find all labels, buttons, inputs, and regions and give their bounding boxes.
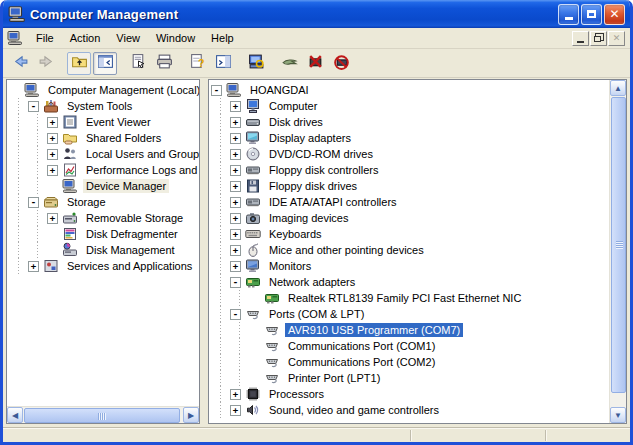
tree-item[interactable]: +Services and Applications bbox=[9, 258, 199, 274]
tree-item-label[interactable]: Ports (COM & LPT) bbox=[266, 307, 367, 321]
expand-icon[interactable]: + bbox=[28, 261, 39, 272]
tree-item[interactable]: +Mice and other pointing devices bbox=[211, 242, 608, 258]
tree-item[interactable]: -HOANGDAI bbox=[211, 82, 608, 98]
tree-item-label[interactable]: Realtek RTL8139 Family PCI Fast Ethernet… bbox=[285, 291, 524, 305]
expand-icon[interactable]: + bbox=[230, 133, 241, 144]
titlebar[interactable]: Computer Management ✕ bbox=[0, 0, 633, 28]
tree-item[interactable]: +Imaging devices bbox=[211, 210, 608, 226]
tree-item-label[interactable]: Processors bbox=[266, 387, 327, 401]
tree-item-label[interactable]: Shared Folders bbox=[83, 131, 164, 145]
tree-item-label[interactable]: Display adapters bbox=[266, 131, 354, 145]
expand-icon[interactable]: + bbox=[230, 229, 241, 240]
expand-icon[interactable]: + bbox=[230, 197, 241, 208]
pane-splitter[interactable] bbox=[200, 79, 208, 424]
tree-item-label[interactable]: Services and Applications bbox=[64, 259, 195, 273]
tree-item[interactable]: Computer Management (Local) bbox=[9, 82, 199, 98]
tree-item[interactable]: -Storage bbox=[9, 194, 199, 210]
tree-item-label[interactable]: Local Users and Groups bbox=[83, 147, 200, 161]
collapse-icon[interactable]: - bbox=[230, 277, 241, 288]
tree-item-label[interactable]: Floppy disk controllers bbox=[266, 163, 381, 177]
collapse-icon[interactable]: - bbox=[28, 101, 39, 112]
tree-item-label[interactable]: Disk Management bbox=[83, 243, 178, 257]
tree-item[interactable]: Disk Defragmenter bbox=[9, 226, 199, 242]
tree-item-label[interactable]: DVD/CD-ROM drives bbox=[266, 147, 376, 161]
tree-item[interactable]: Printer Port (LPT1) bbox=[211, 370, 608, 386]
forward-button[interactable] bbox=[34, 52, 58, 75]
tree-item-label[interactable]: Performance Logs and Alert: bbox=[83, 163, 200, 177]
expand-icon[interactable]: + bbox=[230, 165, 241, 176]
expand-icon[interactable]: + bbox=[230, 101, 241, 112]
tree-item[interactable]: +Disk drives bbox=[211, 114, 608, 130]
scroll-up-button[interactable]: ▲ bbox=[610, 80, 626, 96]
tree-item[interactable]: +Removable Storage bbox=[9, 210, 199, 226]
horizontal-scroll-thumb[interactable] bbox=[24, 408, 180, 423]
expand-icon[interactable]: + bbox=[230, 149, 241, 160]
scroll-left-button[interactable]: ◀ bbox=[7, 407, 23, 423]
print-button[interactable] bbox=[152, 52, 176, 75]
tree-item-label[interactable]: Event Viewer bbox=[83, 115, 154, 129]
menu-view[interactable]: View bbox=[108, 30, 148, 46]
tree-item[interactable]: Communications Port (COM1) bbox=[211, 338, 608, 354]
expand-icon[interactable]: + bbox=[47, 149, 58, 160]
expand-icon[interactable]: + bbox=[230, 117, 241, 128]
expand-icon[interactable]: + bbox=[230, 389, 241, 400]
uninstall-device-button[interactable] bbox=[303, 52, 327, 75]
tree-item-label[interactable]: Printer Port (LPT1) bbox=[285, 371, 383, 385]
child-close-button[interactable]: ✕ bbox=[608, 31, 625, 46]
menu-window[interactable]: Window bbox=[148, 30, 203, 46]
collapse-icon[interactable]: - bbox=[28, 197, 39, 208]
tree-item-label[interactable]: HOANGDAI bbox=[247, 83, 312, 97]
tree-item[interactable]: -System Tools bbox=[9, 98, 199, 114]
collapse-icon[interactable]: - bbox=[211, 85, 222, 96]
tree-item[interactable]: +Floppy disk controllers bbox=[211, 162, 608, 178]
menu-file[interactable]: File bbox=[28, 30, 62, 46]
tree-item-label[interactable]: Keyboards bbox=[266, 227, 325, 241]
tree-item-label[interactable]: Computer bbox=[266, 99, 320, 113]
expand-icon[interactable]: + bbox=[230, 213, 241, 224]
tree-item[interactable]: +DVD/CD-ROM drives bbox=[211, 146, 608, 162]
tree-item[interactable]: +IDE ATA/ATAPI controllers bbox=[211, 194, 608, 210]
menu-action[interactable]: Action bbox=[62, 30, 109, 46]
expand-icon[interactable]: + bbox=[47, 165, 58, 176]
tree-item[interactable]: Disk Management bbox=[9, 242, 199, 258]
expand-icon[interactable]: + bbox=[230, 245, 241, 256]
tree-item[interactable]: -Network adapters bbox=[211, 274, 608, 290]
scan-for-hardware-changes-button[interactable] bbox=[277, 52, 301, 75]
tree-item-label[interactable]: Monitors bbox=[266, 259, 314, 273]
scroll-down-button[interactable]: ▼ bbox=[610, 407, 626, 423]
tree-item-label[interactable]: IDE ATA/ATAPI controllers bbox=[266, 195, 400, 209]
back-button[interactable] bbox=[8, 52, 32, 75]
tree-item-label[interactable]: Disk drives bbox=[266, 115, 326, 129]
tree-item-label[interactable]: Sound, video and game controllers bbox=[266, 403, 442, 417]
tree-item-label[interactable]: Communications Port (COM2) bbox=[285, 355, 438, 369]
scroll-right-button[interactable]: ▶ bbox=[183, 407, 199, 423]
horizontal-scrollbar[interactable]: ◀ ▶ bbox=[7, 406, 199, 423]
up-one-level-button[interactable] bbox=[67, 52, 91, 75]
close-button[interactable]: ✕ bbox=[604, 4, 625, 25]
tree-item-label[interactable]: Removable Storage bbox=[83, 211, 186, 225]
tree-item-label[interactable]: Disk Defragmenter bbox=[83, 227, 181, 241]
tree-item-label[interactable]: Storage bbox=[64, 195, 109, 209]
properties-button[interactable] bbox=[126, 52, 150, 75]
collapse-icon[interactable]: - bbox=[230, 309, 241, 320]
tree-item[interactable]: +Performance Logs and Alert: bbox=[9, 162, 199, 178]
tree-item[interactable]: +Sound, video and game controllers bbox=[211, 402, 608, 418]
help-button[interactable]: ? bbox=[185, 52, 209, 75]
tree-item-label[interactable]: Device Manager bbox=[83, 179, 169, 193]
maximize-button[interactable] bbox=[581, 4, 602, 25]
tree-item-label[interactable]: Floppy disk drives bbox=[266, 179, 360, 193]
menu-help[interactable]: Help bbox=[203, 30, 242, 46]
disable-device-button[interactable] bbox=[329, 52, 353, 75]
tree-item[interactable]: AVR910 USB Programmer (COM7) bbox=[211, 322, 608, 338]
tree-item[interactable]: +Monitors bbox=[211, 258, 608, 274]
tree-item[interactable]: +Shared Folders bbox=[9, 130, 199, 146]
expand-icon[interactable]: + bbox=[230, 261, 241, 272]
tree-item[interactable]: +Keyboards bbox=[211, 226, 608, 242]
tree-item-label[interactable]: Mice and other pointing devices bbox=[266, 243, 427, 257]
child-restore-button[interactable] bbox=[590, 31, 607, 46]
tree-item[interactable]: -Ports (COM & LPT) bbox=[211, 306, 608, 322]
tree-item[interactable]: +Local Users and Groups bbox=[9, 146, 199, 162]
tree-item-label[interactable]: Network adapters bbox=[266, 275, 358, 289]
expand-icon[interactable]: + bbox=[230, 405, 241, 416]
tree-item[interactable]: +Computer bbox=[211, 98, 608, 114]
